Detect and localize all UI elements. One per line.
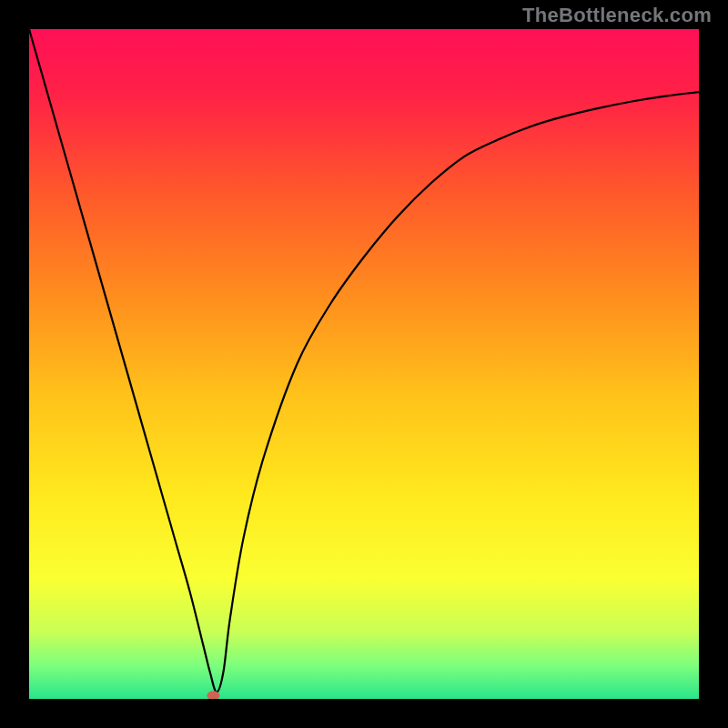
bottleneck-chart — [0, 0, 728, 728]
watermark-text: TheBottleneck.com — [522, 4, 712, 27]
optimum-marker — [207, 691, 219, 700]
chart-frame: TheBottleneck.com — [0, 0, 728, 728]
plot-background — [29, 29, 699, 699]
